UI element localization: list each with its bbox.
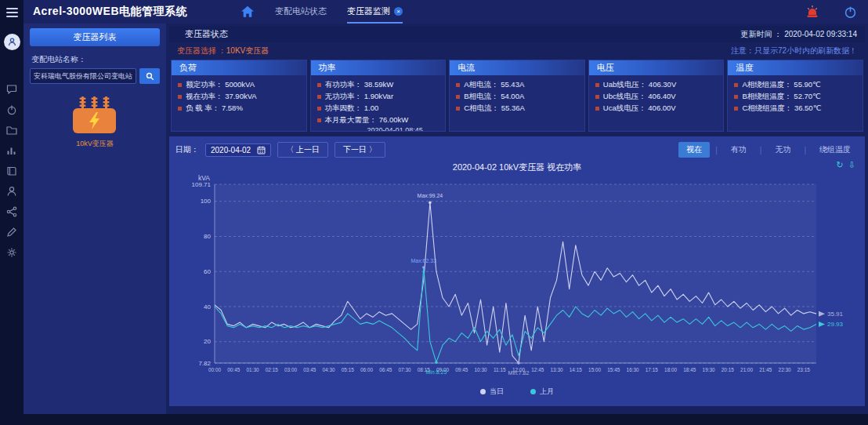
metric-text: Uab线电压： 406.30V	[603, 80, 676, 90]
svg-text:Min:7.82: Min:7.82	[508, 370, 530, 376]
card-metric: 本月最大需量： 76.00kW	[317, 114, 441, 126]
card-title: 电压	[589, 60, 724, 75]
svg-text:21:00: 21:00	[740, 367, 753, 372]
svg-text:16:30: 16:30	[627, 367, 639, 372]
message-icon[interactable]	[5, 83, 18, 96]
share-icon[interactable]	[5, 205, 18, 218]
card-metric: Uab线电压： 406.30V	[595, 79, 719, 91]
top-actions	[806, 5, 857, 19]
transformer-list-button[interactable]: 变压器列表	[30, 28, 160, 46]
tab-close-icon[interactable]: ×	[394, 7, 403, 16]
tab-separator: |	[760, 146, 762, 154]
gear-icon[interactable]	[5, 246, 18, 259]
tab-separator: |	[804, 146, 806, 154]
tab-transformer-monitor[interactable]: 变压器监测 ×	[347, 0, 403, 24]
svg-text:23:15: 23:15	[797, 367, 810, 372]
svg-text:18:00: 18:00	[664, 367, 677, 372]
svg-text:100: 100	[201, 198, 212, 205]
svg-text:40: 40	[204, 303, 211, 311]
bullet-icon	[456, 107, 460, 111]
power-icon[interactable]	[5, 104, 18, 116]
restore-icon[interactable]: ↻	[837, 159, 844, 170]
book-icon[interactable]	[5, 165, 18, 177]
card-metric: 视在功率： 37.90kVA	[178, 91, 302, 103]
next-day-button[interactable]: 下一日 〉	[335, 142, 385, 158]
svg-text:22:30: 22:30	[779, 367, 791, 372]
metric-text: 功率因数： 1.00	[325, 104, 379, 114]
legend-item-2[interactable]: 上月	[530, 387, 554, 397]
main-nav: 变配电站状态 变压器监测 ×	[241, 0, 403, 24]
svg-text:15:45: 15:45	[607, 367, 620, 372]
svg-text:10:30: 10:30	[475, 367, 487, 372]
bullet-icon	[178, 107, 182, 111]
svg-text:09:45: 09:45	[455, 367, 468, 372]
card-metric: Uca线电压： 406.00V	[595, 103, 719, 114]
chart-icon[interactable]	[5, 144, 18, 157]
card-metric: 无功功率： 1.90kVar	[317, 91, 441, 103]
card-metric: 有功功率： 38.59kW	[317, 79, 441, 91]
card-metric: Ubc线电压： 406.40V	[595, 91, 719, 103]
transformer-icon	[71, 95, 119, 137]
user-icon	[7, 37, 17, 47]
card-body: A相绕组温度： 55.90℃B相绕组温度： 52.70℃C相绕组温度： 36.5…	[728, 75, 863, 114]
main-content: 变压器状态 更新时间 ： 2020-04-02 09:33:14 变压器选择 ：…	[166, 24, 868, 414]
svg-text:06:00: 06:00	[360, 367, 373, 372]
user-icon[interactable]	[5, 185, 18, 198]
alarm-icon[interactable]	[806, 5, 819, 19]
folder-icon[interactable]	[5, 124, 18, 136]
card-metric: A相绕组温度： 55.90℃	[734, 79, 858, 91]
metric-tab-4[interactable]: 绕组温度	[812, 142, 859, 158]
svg-text:109.71: 109.71	[192, 181, 212, 188]
menu-icon[interactable]	[6, 5, 18, 20]
metric-text: 有功功率： 38.59kW	[325, 80, 394, 90]
transformer-selector[interactable]: 变压器选择 ：10KV变压器	[177, 45, 269, 56]
edit-icon[interactable]	[5, 226, 18, 238]
bottom-bar	[24, 414, 868, 425]
svg-text:02:15: 02:15	[266, 367, 278, 372]
date-picker[interactable]: 2020-04-02	[205, 143, 271, 157]
power-logout-icon[interactable]	[844, 5, 857, 19]
home-icon[interactable]	[241, 5, 255, 19]
metric-tab-1[interactable]: 视在	[678, 142, 710, 158]
svg-text:01:30: 01:30	[247, 367, 259, 372]
metric-tab-3[interactable]: 无功	[767, 142, 798, 158]
metric-text: A相绕组温度： 55.90℃	[742, 80, 820, 90]
metric-text: 本月最大需量： 76.00kW	[325, 115, 409, 125]
metric-text: A相电流： 55.43A	[464, 80, 524, 90]
prev-day-button[interactable]: 〈 上一日	[277, 142, 328, 158]
selector-label: 变压器选择 ：	[177, 46, 226, 55]
tab-label: 变压器监测	[347, 5, 390, 17]
svg-text:29.93: 29.93	[827, 321, 844, 328]
date-label: 日期：	[175, 144, 199, 155]
card-metric: 额定功率： 5000kVA	[178, 79, 302, 91]
metric-text: Ubc线电压： 406.40V	[603, 92, 676, 102]
search-button[interactable]	[139, 68, 160, 84]
card-body: 有功功率： 38.59kW无功功率： 1.90kVar功率因数： 1.00本月最…	[311, 75, 446, 132]
device-item-10kv-transformer[interactable]: 10kV变压器	[30, 95, 160, 149]
station-search-row	[30, 68, 160, 84]
icon-rail	[0, 0, 24, 425]
bullet-icon	[734, 107, 738, 111]
card-body: A相电流： 55.43AB相电流： 54.00AC相电流： 55.36A	[450, 75, 584, 114]
date-value: 2020-04-02	[211, 146, 251, 154]
svg-text:11:15: 11:15	[494, 367, 506, 372]
station-search-input[interactable]	[30, 68, 136, 84]
svg-text:12:45: 12:45	[531, 367, 544, 372]
status-card: 负荷额定功率： 5000kVA视在功率： 37.90kVA负 载 率： 7.58…	[171, 60, 307, 132]
svg-text:14:15: 14:15	[570, 367, 582, 372]
tab-substation-status[interactable]: 变配电站状态	[275, 0, 327, 24]
svg-text:7.82: 7.82	[198, 360, 211, 367]
chart-area: kVA109.71100806040207.8200:0000:4501:300…	[175, 173, 859, 385]
station-name-label: 变配电站名称：	[31, 54, 160, 65]
legend-item-1[interactable]: 当日	[480, 387, 504, 397]
metric-tab-2[interactable]: 有功	[723, 142, 754, 158]
avatar[interactable]	[4, 34, 20, 50]
device-label: 10kV变压器	[76, 139, 114, 149]
update-time-label: 更新时间 ：	[741, 30, 783, 38]
metric-text: Uca线电压： 406.00V	[603, 104, 676, 114]
card-metric: C相电流： 55.36A	[456, 103, 580, 114]
card-title: 温度	[728, 60, 863, 75]
update-time: 更新时间 ： 2020-04-02 09:33:14	[741, 29, 857, 40]
chart-title-row: 2020-04-02 10kV变压器 视在功率 ↻⇩	[175, 159, 859, 173]
save-image-icon[interactable]: ⇩	[848, 159, 855, 170]
